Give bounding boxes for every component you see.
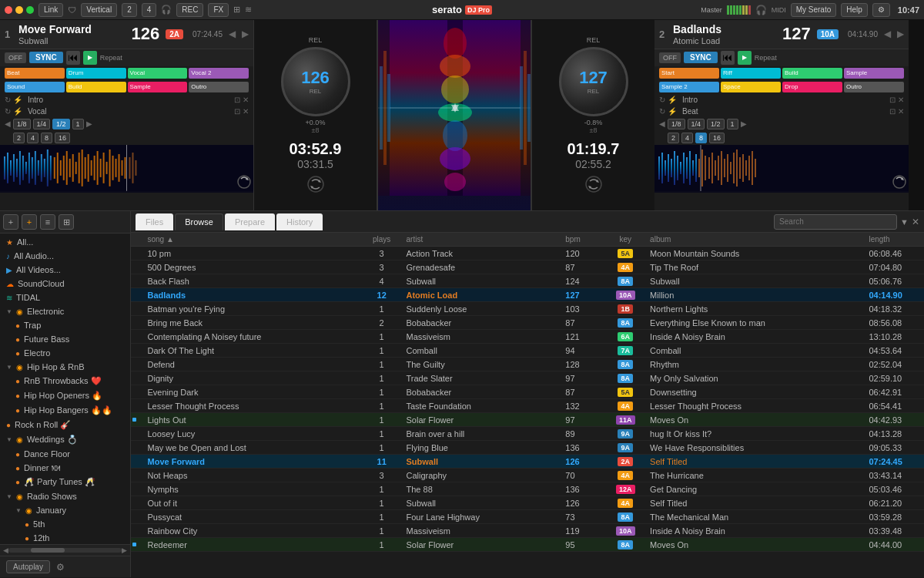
- table-row[interactable]: Lesser Thought Process1Taste Foundation1…: [131, 399, 924, 413]
- knob-right[interactable]: 127 REL: [559, 47, 628, 116]
- table-row[interactable]: Rainbow City1Massiveism11910AInside A No…: [131, 524, 924, 538]
- sidebar-item-rock[interactable]: ● Rock n Roll 🎸: [0, 418, 130, 432]
- deck-left-play[interactable]: ▶: [83, 51, 97, 65]
- sidebar-item-party-tunes[interactable]: ● 🥂 Party Tunes 🥂: [0, 475, 130, 489]
- deck-2-button[interactable]: 2: [122, 3, 137, 17]
- sidebar-scroll-right[interactable]: ▶: [122, 546, 127, 554]
- table-row[interactable]: Nymphs1The 8813612AGet Dancing05:03.46: [131, 482, 924, 496]
- sidebar-item-january[interactable]: ▼ ◉ January: [0, 503, 130, 517]
- table-row[interactable]: 500 Degrees3Grenadesafe874ATip The Roof0…: [131, 260, 924, 274]
- table-row[interactable]: Evening Dark1Bobabacker875ADownsetting06…: [131, 385, 924, 399]
- col-length-header[interactable]: length: [864, 233, 924, 247]
- table-row[interactable]: Back Flash4Subwall1248ASubwall05:06.76: [131, 274, 924, 288]
- deck-4-button[interactable]: 4: [142, 3, 157, 17]
- grid-view-button[interactable]: ⊞: [59, 214, 74, 230]
- tab-prepare[interactable]: Prepare: [225, 213, 275, 230]
- sidebar-scroll-track[interactable]: [8, 548, 122, 553]
- sidebar-item-video[interactable]: ▶ All Videos...: [0, 263, 130, 277]
- deck-left-off[interactable]: OFF: [5, 52, 26, 63]
- loop-4[interactable]: 4: [27, 133, 38, 143]
- deck-right-loop-next[interactable]: ▶: [741, 119, 747, 128]
- tab-history[interactable]: History: [276, 213, 323, 230]
- table-row[interactable]: May we be Open and Lost1Flying Blue1369A…: [131, 441, 924, 455]
- sidebar-item-weddings[interactable]: ▼ ◉ Weddings 💍: [0, 432, 130, 447]
- hotcue-build-r[interactable]: Build: [782, 68, 842, 79]
- table-row[interactable]: Dark Of The Light1Comball947AComball04:5…: [131, 344, 924, 358]
- close-btn[interactable]: [5, 6, 12, 14]
- hotcue-sample2[interactable]: Sample 2: [659, 82, 719, 92]
- search-close-button[interactable]: ✕: [912, 217, 919, 227]
- col-album-header[interactable]: album: [645, 233, 864, 247]
- settings-button[interactable]: ⚙: [872, 3, 890, 17]
- table-row[interactable]: Batman you're Fying1Suddenly Loose1031BN…: [131, 302, 924, 316]
- knob-right-loop-btn[interactable]: [584, 175, 603, 195]
- deck-right-next[interactable]: ▶: [897, 29, 904, 39]
- loop-1-8[interactable]: 1/8: [13, 119, 31, 129]
- rec-button[interactable]: REC: [176, 3, 203, 17]
- autoplay-button[interactable]: Autoplay: [6, 560, 50, 573]
- deck-right-off[interactable]: OFF: [659, 52, 681, 63]
- r-loop-4[interactable]: 4: [681, 133, 693, 143]
- table-row[interactable]: Pussycat1Four Lane Highway738AThe Mechan…: [131, 510, 924, 524]
- sidebar-item-12th[interactable]: ● 12th: [0, 531, 130, 544]
- r-loop-2[interactable]: 2: [668, 133, 679, 143]
- add-smart-crate-button[interactable]: +: [22, 214, 37, 230]
- loop-8[interactable]: 8: [41, 133, 52, 143]
- col-song-header[interactable]: song ▲: [143, 233, 362, 247]
- sidebar-item-hiphop-bangers[interactable]: ● Hip Hop Bangers 🔥🔥: [0, 403, 130, 418]
- table-row[interactable]: Defend1The Guilty1288ARhythm02:52.04: [131, 358, 924, 371]
- table-row[interactable]: Not Heaps3Caligraphy704AThe Hurricane03:…: [131, 469, 924, 482]
- tab-files[interactable]: Files: [136, 213, 173, 230]
- sidebar-item-electro[interactable]: ● Electro: [0, 346, 130, 360]
- deck-left-loop-prev[interactable]: ◀: [5, 119, 11, 128]
- sidebar-item-future-bass[interactable]: ● Future Bass: [0, 332, 130, 346]
- sidebar-item-electronic[interactable]: ▼ ◉ Electronic: [0, 304, 130, 318]
- link-button[interactable]: Link: [38, 3, 63, 17]
- loop-2[interactable]: 2: [13, 133, 25, 143]
- deck-left-cue[interactable]: ⏮: [66, 51, 80, 65]
- table-row[interactable]: Contemplating A Noisey future1Massiveism…: [131, 330, 924, 344]
- hotcue-riff[interactable]: Riff: [721, 68, 781, 79]
- maximize-btn[interactable]: [26, 6, 34, 14]
- r-loop-16[interactable]: 16: [709, 133, 725, 143]
- deck-right-cue[interactable]: ⏮: [721, 51, 735, 65]
- hotcue-space[interactable]: Space: [721, 82, 781, 92]
- table-row[interactable]: Move Forward11Subwall1262ASelf Titled07:…: [131, 455, 924, 469]
- hotcue-sound[interactable]: Sound: [5, 82, 65, 92]
- table-row[interactable]: Dignity1Trade Slater978AMy Only Salvatio…: [131, 371, 924, 385]
- loop-1-4[interactable]: 1/4: [33, 119, 51, 129]
- r-loop-1-8[interactable]: 1/8: [668, 119, 685, 129]
- r-loop-1[interactable]: 1: [727, 119, 738, 129]
- col-bpm-header[interactable]: bpm: [561, 233, 605, 247]
- hotcue-build[interactable]: Build: [66, 82, 126, 92]
- deck-left-sync[interactable]: SYNC: [29, 52, 63, 63]
- hotcue-sample-r[interactable]: Sample: [844, 68, 904, 79]
- sidebar-scroll-left[interactable]: ◀: [3, 546, 8, 554]
- sidebar-item-trap[interactable]: ● Trap: [0, 318, 130, 332]
- table-row[interactable]: Out of it1Subwall1264ASelf Titled06:21.2…: [131, 496, 924, 510]
- table-row[interactable]: 10 pm3Action Track1205AMoon Mountain Sou…: [131, 247, 924, 260]
- table-row[interactable]: Redeemer1Solar Flower958AMoves On04:44.0…: [131, 538, 924, 552]
- sidebar-item-rnb-throwbacks[interactable]: ● RnB Throwbacks ❤️: [0, 374, 130, 388]
- r-loop-1-4[interactable]: 1/4: [688, 119, 705, 129]
- hotcue-sample[interactable]: Sample: [128, 82, 188, 92]
- sidebar-item-5th[interactable]: ● 5th: [0, 517, 130, 531]
- search-input[interactable]: [774, 214, 897, 230]
- table-row[interactable]: Loosey Lucy1Brain over a hill899Ahug It …: [131, 427, 924, 441]
- hotcue-outro[interactable]: Outro: [189, 82, 249, 92]
- sidebar-item-audio[interactable]: ♪ All Audio...: [0, 249, 130, 263]
- list-view-button[interactable]: ≡: [40, 214, 55, 230]
- hotcue-vocal2[interactable]: Vocal 2: [189, 68, 249, 79]
- deck-right-loop-prev[interactable]: ◀: [659, 119, 665, 128]
- sidebar-item-hiphop[interactable]: ▼ ◉ Hip Hop & RnB: [0, 360, 130, 374]
- loop-16[interactable]: 16: [55, 133, 70, 143]
- fx-button[interactable]: FX: [208, 3, 229, 17]
- deck-right-play[interactable]: ▶: [738, 51, 752, 65]
- r-loop-8[interactable]: 8: [695, 133, 707, 143]
- sidebar-item-hiphop-openers[interactable]: ● Hip Hop Openers 🔥: [0, 388, 130, 403]
- my-serato-button[interactable]: My Serato: [791, 3, 837, 17]
- r-loop-1-2[interactable]: 1/2: [707, 119, 725, 129]
- knob-left[interactable]: 126 REL: [281, 47, 350, 116]
- hotcue-start[interactable]: Start: [659, 68, 719, 79]
- col-plays-header[interactable]: plays: [362, 233, 402, 247]
